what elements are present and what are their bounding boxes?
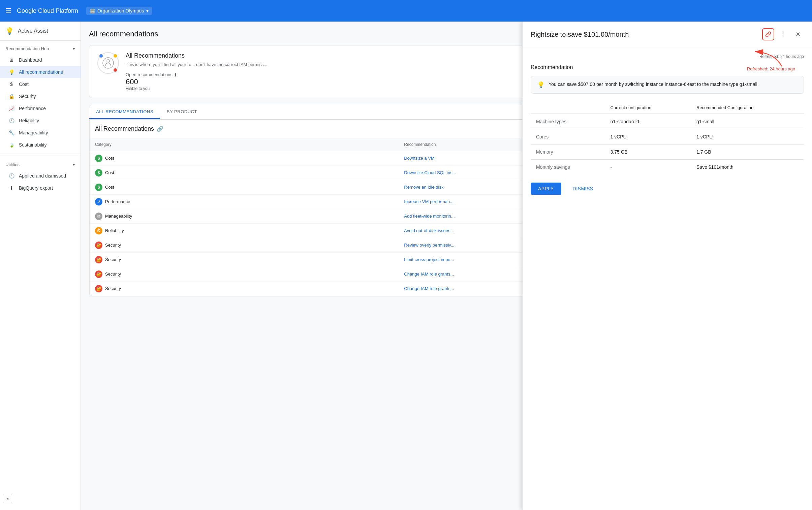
sidebar-divider (0, 154, 81, 154)
recommendation-hub-header[interactable]: Recommendation Hub ▾ (0, 41, 81, 54)
config-row-recommended: 1.7 GB (691, 145, 804, 160)
recommendation-link[interactable]: Downsize Cloud SQL ins... (404, 170, 456, 175)
detail-link-button[interactable] (762, 28, 774, 40)
category-label: Security (105, 243, 121, 248)
sidebar-item-security[interactable]: 🔒 Security (0, 90, 81, 102)
tab-all-recommendations[interactable]: ALL RECOMMENDATIONS (89, 105, 160, 119)
security-icon: 🔒 (8, 94, 15, 99)
category-badge: ⏱ Reliability (95, 227, 393, 235)
sidebar-item-all-recommendations[interactable]: 💡 All recommendations (0, 66, 81, 78)
config-row-label: Machine types (531, 114, 605, 129)
detail-more-button[interactable]: ⋮ (777, 28, 789, 40)
category-icon: $ (95, 184, 103, 191)
hamburger-menu[interactable]: ☰ (5, 7, 11, 15)
info-icon[interactable]: ℹ (175, 72, 176, 78)
visible-label: Visible to you (126, 86, 267, 91)
col-category: Category (90, 138, 399, 151)
category-icon: $ (95, 155, 103, 162)
overview-description: This is where you'll find all your re...… (126, 61, 267, 68)
category-label: Cost (105, 156, 114, 161)
org-name: Organization Olympus (97, 8, 144, 13)
config-col-current: Current configuration (605, 102, 691, 114)
recommendation-link[interactable]: Avoid out-of-disk issues... (404, 228, 454, 233)
overview-text: All Recommendations This is where you'll… (126, 52, 267, 91)
top-header: ☰ Google Cloud Platform 🏢 Organization O… (0, 0, 812, 22)
config-row-label: Cores (531, 129, 605, 145)
tab-by-product[interactable]: BY PRODUCT (160, 105, 204, 119)
detail-actions: ⋮ ✕ (762, 28, 804, 40)
refreshed-text: Refreshed: 24 hours ago (531, 54, 804, 59)
recommendation-hub-chevron: ▾ (73, 46, 75, 51)
category-label: Cost (105, 170, 114, 175)
sidebar-item-sustainability[interactable]: 🍃 Sustainability (0, 139, 81, 151)
sidebar-item-label: Reliability (19, 118, 39, 123)
category-badge: $ Cost (95, 184, 393, 191)
recommendation-link[interactable]: Increase VM performan... (404, 199, 454, 204)
sidebar-item-bigquery-export[interactable]: ⬆ BigQuery export (0, 182, 81, 194)
recommendation-link[interactable]: Remove an idle disk (404, 185, 443, 190)
category-label: Performance (105, 199, 130, 204)
sidebar-item-performance[interactable]: 📈 Performance (0, 102, 81, 115)
config-row-current: - (605, 160, 691, 175)
sidebar-item-label: All recommendations (19, 69, 63, 75)
recommendation-link[interactable]: Change IAM role grants... (404, 286, 454, 291)
detail-close-button[interactable]: ✕ (792, 28, 804, 40)
detail-title: Rightsize to save $101.00/month (531, 31, 629, 38)
apply-button[interactable]: APPLY (531, 183, 561, 195)
table-section-title: All Recommendations (95, 125, 154, 132)
sustainability-icon: 🍃 (8, 142, 15, 148)
info-banner: 💡 You can save $507.00 per month by swit… (531, 76, 804, 94)
category-icon: ↗ (95, 198, 103, 206)
org-dropdown-icon: ▾ (146, 8, 149, 13)
category-label: Security (105, 257, 121, 262)
detail-body: Refreshed: 24 hours ago Recommendation 💡… (523, 46, 812, 203)
config-row: Cores 1 vCPU 1 vCPU (531, 129, 804, 145)
recommendation-link[interactable]: Review overly permissiv... (404, 243, 454, 248)
config-row-recommended: Save $101/month (691, 160, 804, 175)
recommendation-link[interactable]: Downsize a VM (404, 156, 434, 161)
utilities-chevron: ▾ (73, 162, 75, 167)
sidebar-item-cost[interactable]: $ Cost (0, 78, 81, 90)
recommendation-link[interactable]: Change IAM role grants... (404, 271, 454, 276)
open-recs: Open recommendations ℹ 600 Visible to yo… (126, 72, 267, 91)
open-recs-count: 600 (126, 78, 267, 86)
sidebar-item-label: BigQuery export (19, 185, 53, 191)
overview-title: All Recommendations (126, 52, 267, 59)
config-row-label: Memory (531, 145, 605, 160)
dismiss-button[interactable]: DISMISS (566, 183, 601, 195)
sidebar-item-label: Cost (19, 82, 29, 87)
collapse-sidebar-button[interactable]: ◂ (3, 494, 12, 503)
config-row-current: 1 vCPU (605, 129, 691, 145)
sidebar-item-dashboard[interactable]: ⊞ Dashboard (0, 54, 81, 66)
sidebar: 💡 Active Assist Recommendation Hub ▾ ⊞ D… (0, 22, 81, 510)
detail-header: Rightsize to save $101.00/month ⋮ ✕ (523, 22, 812, 46)
detail-panel: Rightsize to save $101.00/month ⋮ ✕ (522, 22, 812, 510)
category-icon: 🔐 (95, 270, 103, 278)
category-badge: $ Cost (95, 155, 393, 162)
recommendation-link[interactable]: Add fleet-wide monitorin... (404, 214, 455, 219)
utilities-header[interactable]: Utilities ▾ (0, 157, 81, 170)
applied-dismissed-icon: 🕐 (8, 173, 15, 179)
sidebar-item-applied-dismissed[interactable]: 🕐 Applied and dismissed (0, 170, 81, 182)
config-row: Machine types n1-standard-1 g1-small (531, 114, 804, 129)
category-icon: 🔐 (95, 256, 103, 263)
category-label: Cost (105, 185, 114, 190)
category-label: Reliability (105, 228, 124, 233)
reliability-icon: 🕐 (8, 118, 15, 123)
category-label: Security (105, 286, 121, 291)
recommendation-link[interactable]: Limit cross-project impe... (404, 257, 454, 262)
category-badge: 🔐 Security (95, 270, 393, 278)
detail-section-title: Recommendation (531, 64, 804, 70)
category-badge: ↗ Performance (95, 198, 393, 206)
org-selector[interactable]: 🏢 Organization Olympus ▾ (86, 7, 152, 15)
category-badge: ⚙ Manageability (95, 213, 393, 220)
config-row-recommended: g1-small (691, 114, 804, 129)
sidebar-item-manageability[interactable]: 🔧 Manageability (0, 127, 81, 139)
table-link-icon[interactable]: 🔗 (157, 126, 164, 132)
overview-icon (97, 52, 119, 74)
config-row-recommended: 1 vCPU (691, 129, 804, 145)
sidebar-item-reliability[interactable]: 🕐 Reliability (0, 115, 81, 127)
sidebar-item-label: Dashboard (19, 57, 42, 63)
utilities-label: Utilities (5, 162, 20, 167)
org-icon: 🏢 (90, 8, 95, 13)
